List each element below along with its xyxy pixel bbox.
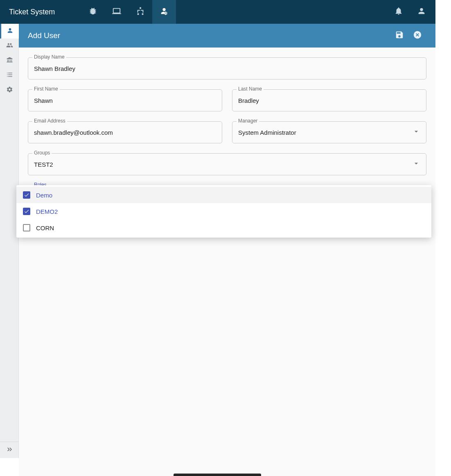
sidebar-item-settings[interactable] bbox=[0, 83, 19, 97]
manager-field[interactable]: Manager System Administrator bbox=[232, 121, 426, 143]
nav-sitemap-button[interactable] bbox=[129, 0, 152, 24]
notifications-button[interactable] bbox=[387, 0, 410, 24]
role-option-label: DEMO2 bbox=[36, 208, 58, 215]
display-name-field[interactable]: Display Name bbox=[28, 57, 426, 79]
manager-value: System Administrator bbox=[238, 129, 412, 136]
account-icon bbox=[417, 7, 426, 17]
close-circle-icon bbox=[413, 30, 422, 41]
first-name-label: First Name bbox=[32, 86, 60, 92]
user-icon bbox=[7, 27, 14, 36]
roles-dropdown-popover: Demo DEMO2 CORN bbox=[16, 185, 431, 238]
dropdown-arrow-icon bbox=[412, 127, 420, 137]
last-name-label: Last Name bbox=[237, 86, 264, 92]
close-button[interactable] bbox=[408, 27, 426, 45]
list-icon bbox=[6, 71, 13, 80]
bug-icon bbox=[88, 7, 97, 17]
role-option-demo2[interactable]: DEMO2 bbox=[16, 203, 431, 220]
sidebar-expand-button[interactable] bbox=[0, 442, 18, 458]
nav-user-admin-button[interactable] bbox=[152, 0, 176, 24]
sidebar-item-list[interactable] bbox=[0, 68, 19, 83]
groups-value: TEST2 bbox=[34, 161, 412, 168]
account-button[interactable] bbox=[410, 0, 433, 24]
dropdown-arrow-icon bbox=[412, 159, 420, 169]
last-name-input[interactable] bbox=[238, 97, 420, 104]
display-name-label: Display Name bbox=[32, 54, 66, 60]
checkbox-unchecked-icon bbox=[23, 224, 30, 231]
email-label: Email Address bbox=[32, 118, 67, 124]
form-content: Display Name First Name Last Name Email … bbox=[19, 48, 435, 476]
nav-bugs-button[interactable] bbox=[81, 0, 105, 24]
top-nav-group bbox=[81, 0, 176, 24]
page-header: Add User bbox=[19, 24, 435, 48]
bell-icon bbox=[394, 7, 403, 17]
sidebar-item-group[interactable] bbox=[0, 39, 19, 53]
manager-label: Manager bbox=[237, 118, 259, 124]
role-option-corn[interactable]: CORN bbox=[16, 220, 431, 236]
checkbox-checked-icon bbox=[23, 191, 30, 199]
groups-field[interactable]: Groups TEST2 bbox=[28, 153, 426, 175]
email-input[interactable] bbox=[34, 129, 216, 136]
top-right-group bbox=[387, 0, 435, 24]
display-name-input[interactable] bbox=[34, 65, 420, 72]
role-option-label: Demo bbox=[36, 192, 52, 199]
laptop-icon bbox=[112, 7, 121, 17]
group-icon bbox=[6, 42, 13, 50]
save-icon bbox=[395, 30, 404, 41]
sitemap-icon bbox=[136, 7, 145, 17]
first-name-input[interactable] bbox=[34, 97, 216, 104]
app-brand: Ticket System bbox=[0, 8, 81, 16]
checkbox-checked-icon bbox=[23, 208, 30, 215]
groups-label: Groups bbox=[32, 150, 52, 156]
role-option-demo[interactable]: Demo bbox=[16, 187, 431, 203]
left-sidebar bbox=[0, 24, 19, 458]
nav-devices-button[interactable] bbox=[105, 0, 129, 24]
sidebar-item-org[interactable] bbox=[0, 53, 19, 68]
email-field[interactable]: Email Address bbox=[28, 121, 222, 143]
page-title: Add User bbox=[28, 31, 390, 40]
last-name-field[interactable]: Last Name bbox=[232, 89, 426, 111]
top-navbar: Ticket System bbox=[0, 0, 435, 24]
first-name-field[interactable]: First Name bbox=[28, 89, 222, 111]
user-gear-icon bbox=[160, 7, 169, 17]
gear-icon bbox=[6, 86, 13, 95]
org-icon bbox=[6, 57, 13, 65]
bottom-handle bbox=[174, 474, 261, 476]
save-button[interactable] bbox=[390, 27, 408, 45]
chevron-double-right-icon bbox=[6, 446, 13, 455]
role-option-label: CORN bbox=[36, 224, 54, 231]
sidebar-item-user[interactable] bbox=[0, 24, 19, 39]
